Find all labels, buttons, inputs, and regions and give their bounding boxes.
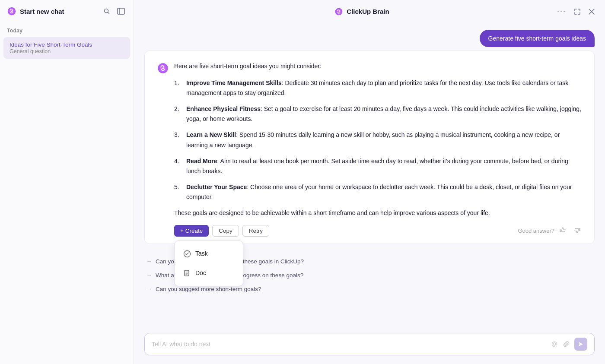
sidebar-section-today: Today xyxy=(0,22,134,36)
arrow-icon: → xyxy=(146,285,152,292)
sidebar: Start new chat Today Idea xyxy=(0,0,134,364)
goals-list: 1.Improve Time Management Skills: Dedica… xyxy=(174,78,582,202)
goal-text: Enhance Physical Fitness: Set a goal to … xyxy=(186,104,582,124)
search-icon xyxy=(103,8,110,15)
suggestion-text: Can you suggest more short-term goals? xyxy=(156,286,261,292)
chat-item-subtitle: General question xyxy=(10,48,124,54)
ai-avatar-icon xyxy=(157,62,169,74)
svg-point-5 xyxy=(335,8,343,15)
svg-point-8 xyxy=(158,63,168,73)
retry-label: Retry xyxy=(249,228,263,234)
paperclip-icon xyxy=(563,341,570,348)
sidebar-toggle-button[interactable] xyxy=(115,6,127,16)
main-content: ClickUp Brain ··· xyxy=(134,0,605,364)
close-icon xyxy=(589,9,595,15)
chat-item-title: Ideas for Five Short-Term Goals xyxy=(10,41,124,48)
task-label: Task xyxy=(195,249,208,259)
prompt-area: Generate five short-term goals ideas xyxy=(134,23,605,51)
chat-input[interactable] xyxy=(152,341,546,348)
goal-item: 1.Improve Time Management Skills: Dedica… xyxy=(174,78,582,98)
start-new-chat-label[interactable]: Start new chat xyxy=(20,8,64,15)
ai-text-content: Here are five short-term goal ideas you … xyxy=(174,61,582,237)
svg-line-2 xyxy=(108,13,109,14)
copy-label: Copy xyxy=(219,228,232,234)
prompt-bubble: Generate five short-term goals ideas xyxy=(480,30,595,47)
sidebar-title-area: Start new chat xyxy=(7,6,64,16)
goal-number: 3. xyxy=(174,130,183,150)
doc-label: Doc xyxy=(195,268,206,278)
sidebar-header: Start new chat xyxy=(0,0,134,22)
goal-item: 3.Learn a New Skill: Spend 15-30 minutes… xyxy=(174,130,582,150)
search-button[interactable] xyxy=(102,6,112,16)
svg-point-0 xyxy=(8,7,16,15)
thumbs-down-button[interactable] xyxy=(572,226,582,236)
at-icon xyxy=(551,341,558,348)
goal-item: 5.Declutter Your Space: Choose one area … xyxy=(174,182,582,202)
topbar-right: ··· xyxy=(555,5,596,18)
mention-button[interactable] xyxy=(550,340,559,348)
goal-item: 4.Read More: Aim to read at least one bo… xyxy=(174,156,582,176)
svg-rect-3 xyxy=(118,8,124,14)
ai-response-card: Here are five short-term goal ideas you … xyxy=(144,51,595,244)
thumbs-down-icon xyxy=(573,227,580,234)
svg-point-14 xyxy=(553,343,556,345)
dropdown-doc-item[interactable]: Doc xyxy=(176,264,241,282)
send-button[interactable] xyxy=(574,338,587,351)
thumbs-up-icon xyxy=(560,227,567,234)
doc-icon xyxy=(183,269,191,277)
input-icons xyxy=(550,338,587,351)
goal-number: 1. xyxy=(174,78,183,98)
goal-item: 2.Enhance Physical Fitness: Set a goal t… xyxy=(174,104,582,124)
prompt-text: Generate five short-term goals ideas xyxy=(488,35,586,42)
send-icon xyxy=(578,341,584,347)
create-dropdown: Task Doc xyxy=(174,241,243,286)
dropdown-task-item[interactable]: Task xyxy=(176,244,241,263)
goal-text: Read More: Aim to read at least one book… xyxy=(186,156,582,176)
input-box xyxy=(144,333,595,355)
sidebar-item-ideas[interactable]: Ideas for Five Short-Term Goals General … xyxy=(3,37,130,59)
sidebar-icon xyxy=(117,8,125,15)
close-button[interactable] xyxy=(587,7,596,16)
ai-response-header: Here are five short-term goal ideas you … xyxy=(157,61,582,237)
input-area xyxy=(134,327,605,364)
more-icon: ··· xyxy=(557,7,566,16)
copy-button[interactable]: Copy xyxy=(212,225,239,237)
topbar: ClickUp Brain ··· xyxy=(134,0,605,23)
attach-button[interactable] xyxy=(562,340,571,348)
topbar-center: ClickUp Brain xyxy=(334,7,389,16)
task-icon xyxy=(183,250,191,258)
brain-icon xyxy=(7,6,16,16)
action-right: Good answer? xyxy=(518,226,582,236)
arrow-icon: → xyxy=(146,258,152,265)
sidebar-icons xyxy=(102,6,127,16)
ai-intro: Here are five short-term goal ideas you … xyxy=(174,61,582,71)
ai-outro: These goals are designed to be achievabl… xyxy=(174,208,582,218)
goal-text: Learn a New Skill: Spend 15-30 minutes d… xyxy=(186,130,582,150)
goal-text: Declutter Your Space: Choose one area of… xyxy=(186,182,582,202)
arrow-icon: → xyxy=(146,272,152,279)
goal-text: Improve Time Management Skills: Dedicate… xyxy=(186,78,582,98)
chat-area: Here are five short-term goal ideas you … xyxy=(134,51,605,327)
action-row: + Create Copy Retry Good answer? xyxy=(174,225,582,237)
good-answer-label: Good answer? xyxy=(518,226,554,235)
retry-button[interactable]: Retry xyxy=(242,225,269,237)
goal-number: 5. xyxy=(174,182,183,202)
create-label: + Create xyxy=(180,228,203,234)
thumbs-up-button[interactable] xyxy=(558,226,568,236)
expand-button[interactable] xyxy=(572,6,583,17)
brain-icon-topbar xyxy=(334,7,343,16)
topbar-title: ClickUp Brain xyxy=(347,8,389,15)
create-button[interactable]: + Create xyxy=(174,225,209,237)
goal-number: 2. xyxy=(174,104,183,124)
expand-icon xyxy=(574,8,581,15)
more-button[interactable]: ··· xyxy=(555,5,568,18)
goal-number: 4. xyxy=(174,156,183,176)
